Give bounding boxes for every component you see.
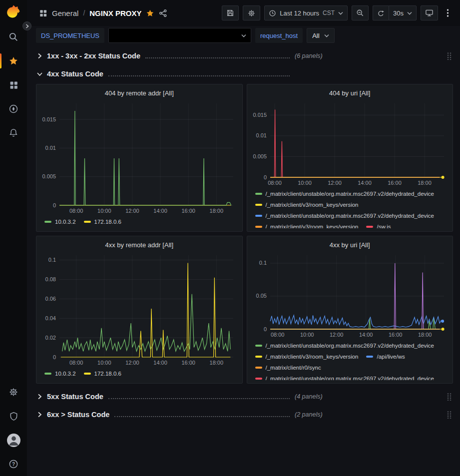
chart-legend: 10.0.3.2172.18.0.6 — [40, 367, 238, 380]
dashboard-settings-button[interactable] — [243, 5, 260, 20]
panel-title[interactable]: 404 by remote addr [All] — [40, 86, 238, 99]
breadcrumb-dashboard-title[interactable]: NGINX PROXY — [89, 9, 141, 17]
svg-text:08:00: 08:00 — [270, 332, 284, 338]
variable-value-request-host[interactable]: All — [307, 28, 334, 43]
help-icon: ? — [8, 459, 18, 469]
svg-text:0.1: 0.1 — [48, 257, 56, 263]
legend-item[interactable]: /_matrix/client/r0/sync — [255, 362, 321, 373]
legend-item[interactable]: /_matrix/client/v3/room_keys/version — [255, 221, 359, 228]
legend-item[interactable]: 172.18.0.6 — [84, 368, 121, 379]
svg-text:0.005: 0.005 — [42, 173, 56, 179]
variable-label-request-host[interactable]: request_host — [255, 28, 303, 43]
svg-text:18:00: 18:00 — [210, 360, 224, 366]
legend-series-marker — [255, 215, 262, 217]
time-range-picker[interactable]: Last 12 hours CST — [264, 5, 348, 20]
legend-series-label: 172.18.0.6 — [94, 368, 121, 379]
svg-text:16:00: 16:00 — [388, 180, 402, 186]
svg-text:12:00: 12:00 — [329, 332, 343, 338]
zoom-out-time-button[interactable] — [352, 5, 369, 20]
variable-label-ds-prometheus[interactable]: DS_PROMETHEUS — [36, 28, 104, 43]
refresh-interval-label: 30s — [393, 9, 404, 17]
row-title: 4xx Status Code — [47, 70, 103, 78]
legend-series-marker — [255, 367, 262, 369]
sidebar-item-alerting[interactable] — [0, 121, 27, 145]
legend-item[interactable]: /sw.js — [366, 221, 391, 228]
dashboard-grid-icon[interactable] — [39, 9, 47, 17]
chart[interactable]: 00.020.040.060.080.108:0010:0012:0014:00… — [40, 251, 238, 367]
chevron-right-icon — [36, 412, 43, 418]
drag-handle-icon[interactable] — [447, 393, 452, 401]
sidebar-item-dashboards[interactable] — [0, 73, 27, 97]
row-header-4xx[interactable]: 4xx Status Code — [36, 67, 453, 81]
chevron-down-icon — [36, 72, 43, 76]
legend-item[interactable]: /_matrix/client/v3/room_keys/version — [255, 351, 359, 362]
save-dashboard-button[interactable] — [222, 5, 239, 20]
legend-series-marker — [84, 373, 91, 375]
share-button[interactable] — [159, 9, 167, 17]
svg-text:12:00: 12:00 — [125, 208, 139, 214]
legend-series-label: /_matrix/client/r0/sync — [266, 362, 321, 373]
sidebar-item-explore[interactable] — [0, 97, 27, 121]
svg-text:0: 0 — [53, 354, 56, 360]
legend-item[interactable]: /_matrix/client/v3/room_keys/version — [255, 199, 359, 210]
legend-series-label: /_matrix/client/unstable/org.matrix.msc2… — [266, 373, 435, 380]
legend-row: /_matrix/client/v3/room_keys/version/sw.… — [255, 221, 449, 228]
avatar — [7, 434, 20, 447]
tv-mode-button[interactable] — [421, 5, 438, 20]
legend-item[interactable]: /_matrix/client/unstable/org.matrix.msc2… — [255, 188, 435, 199]
row-header-5xx[interactable]: 5xx Status Code (4 panels) — [36, 390, 453, 404]
row-header-6xx[interactable]: 6xx > Status Code (2 panels) — [36, 408, 453, 422]
refresh-button[interactable] — [373, 5, 389, 20]
top-header: General / NGINX PROXY — [27, 0, 460, 26]
legend-series-label: /_matrix/client/v3/room_keys/version — [266, 351, 359, 362]
legend-item[interactable]: /_matrix/client/unstable/org.matrix.msc2… — [255, 373, 435, 380]
chart[interactable]: 00.0050.010.01508:0010:0012:0014:0016:00… — [251, 99, 449, 187]
drag-handle-icon[interactable] — [447, 411, 452, 419]
sidebar-item-profile[interactable] — [0, 428, 27, 452]
chevron-down-icon — [324, 34, 329, 37]
svg-text:0: 0 — [263, 326, 266, 332]
breadcrumb-folder[interactable]: General — [52, 9, 78, 17]
star-filled-icon — [146, 9, 154, 17]
chevron-down-icon — [407, 11, 412, 15]
more-options-button[interactable] — [442, 5, 453, 20]
legend-item[interactable]: /_matrix/client/unstable/org.matrix.msc2… — [255, 340, 435, 351]
svg-text:0.06: 0.06 — [45, 296, 56, 302]
sidebar-item-starred[interactable] — [0, 49, 27, 73]
kebab-icon — [447, 8, 449, 17]
sidebar-item-help[interactable]: ? — [0, 452, 27, 476]
row-header-1xx-3xx-2xx[interactable]: 1xx - 3xx - 2xx Status Code (6 panels) — [36, 49, 453, 63]
legend-series-marker — [255, 204, 262, 206]
legend-item[interactable]: /_matrix/client/unstable/org.matrix.msc2… — [255, 210, 435, 221]
favorite-star-button[interactable] — [146, 9, 154, 17]
sidebar-item-server-admin[interactable] — [0, 404, 27, 428]
legend-item[interactable]: 172.18.0.6 — [84, 216, 121, 227]
svg-text:0.015: 0.015 — [42, 116, 56, 122]
svg-text:08:00: 08:00 — [69, 208, 83, 214]
svg-text:0.05: 0.05 — [256, 293, 266, 299]
legend-series-marker — [84, 221, 91, 223]
svg-text:18:00: 18:00 — [418, 332, 432, 338]
chart[interactable]: 00.0050.010.01508:0010:0012:0014:0016:00… — [40, 99, 238, 215]
panel-title[interactable]: 4xx by uri [All] — [251, 238, 449, 251]
svg-text:12:00: 12:00 — [328, 180, 342, 186]
drag-handle-icon[interactable] — [447, 52, 452, 60]
grafana-logo-icon — [5, 4, 22, 21]
panel-title[interactable]: 4xx by remote addr [All] — [40, 238, 238, 251]
sidebar-item-configuration[interactable] — [0, 380, 27, 404]
chart[interactable]: 00.050.108:0010:0012:0014:0016:0018:00 — [251, 251, 449, 339]
chart-legend: 10.0.3.2172.18.0.6 — [40, 215, 238, 228]
svg-text:0.01: 0.01 — [256, 132, 266, 138]
refresh-interval-picker[interactable]: 30s — [389, 5, 417, 20]
svg-text:16:00: 16:00 — [181, 360, 195, 366]
legend-item[interactable]: 10.0.3.2 — [44, 368, 76, 379]
panel-title[interactable]: 404 by uri [All] — [251, 86, 449, 99]
sidebar-collapse-button[interactable] — [22, 21, 31, 30]
legend-item[interactable]: /api/live/ws — [366, 351, 405, 362]
grafana-logo[interactable] — [5, 4, 22, 21]
legend-series-label: /_matrix/client/unstable/org.matrix.msc2… — [266, 340, 435, 351]
variable-value-ds-prometheus[interactable] — [108, 28, 251, 43]
chevron-right-icon — [36, 394, 43, 400]
legend-item[interactable]: 10.0.3.2 — [44, 216, 76, 227]
row-dotted-leader — [108, 75, 290, 76]
